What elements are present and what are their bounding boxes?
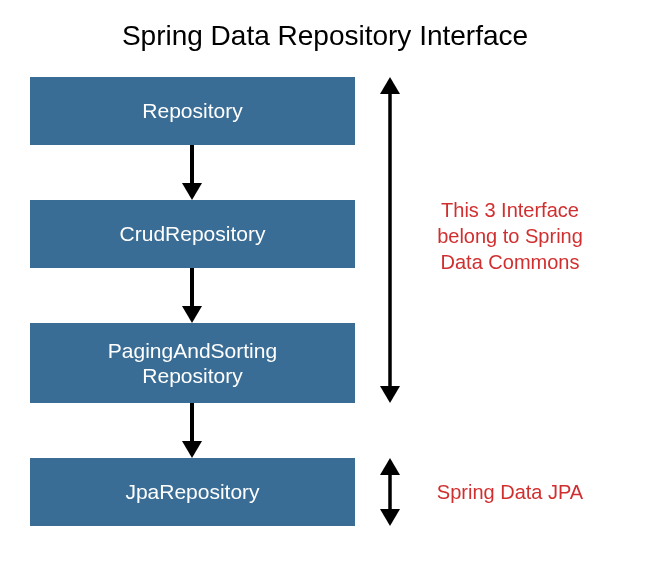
box-repository: Repository <box>30 77 355 145</box>
box-label: JpaRepository <box>125 479 259 504</box>
arrow-down-icon <box>189 268 195 323</box>
svg-marker-3 <box>182 306 202 323</box>
box-label: CrudRepository <box>120 221 266 246</box>
svg-marker-11 <box>380 509 400 526</box>
bracket-arrow-icon <box>375 458 405 526</box>
arrow-down-icon <box>189 403 195 458</box>
svg-marker-5 <box>182 441 202 458</box>
annotation-spring-data-commons: This 3 Interface belong to Spring Data C… <box>415 197 605 275</box>
diagram-title: Spring Data Repository Interface <box>0 0 650 77</box>
diagram-container: Repository CrudRepository PagingAndSorti… <box>0 77 650 576</box>
box-label: Repository <box>142 98 242 123</box>
arrow-down-icon <box>189 145 195 200</box>
annotation-spring-data-jpa: Spring Data JPA <box>415 479 605 505</box>
box-paging-sorting-repository: PagingAndSortingRepository <box>30 323 355 403</box>
bracket-arrow-icon <box>375 77 405 403</box>
svg-marker-10 <box>380 458 400 475</box>
box-jpa-repository: JpaRepository <box>30 458 355 526</box>
svg-marker-7 <box>380 77 400 94</box>
box-label: PagingAndSortingRepository <box>108 338 277 388</box>
svg-marker-1 <box>182 183 202 200</box>
box-crud-repository: CrudRepository <box>30 200 355 268</box>
svg-marker-8 <box>380 386 400 403</box>
